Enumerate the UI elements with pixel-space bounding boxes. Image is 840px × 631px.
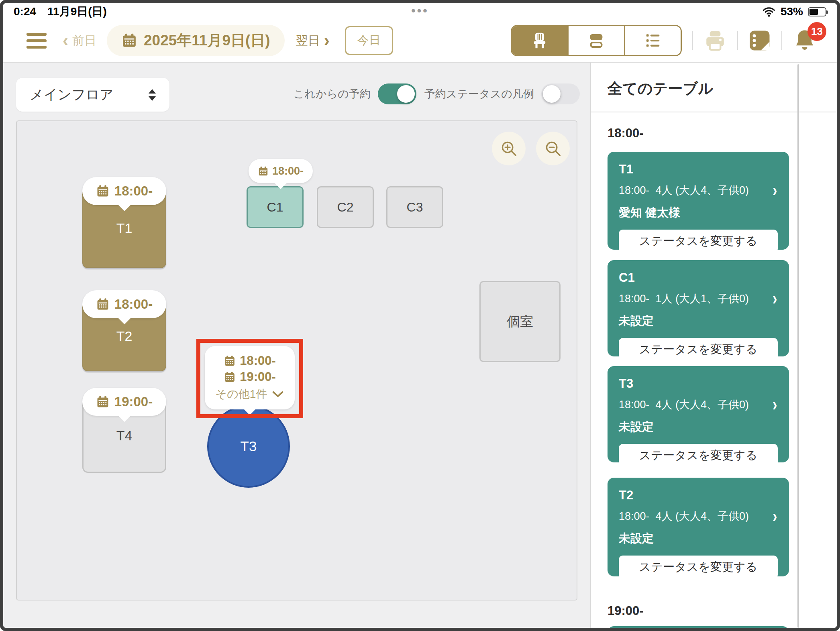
sidebar-scrollbar[interactable] — [797, 64, 799, 628]
list-view-tab[interactable] — [624, 26, 681, 55]
map-counter-c1-time-bubble[interactable]: 18:00- — [249, 159, 313, 183]
sidebar-divider — [591, 112, 837, 112]
chevron-right-icon[interactable]: › — [773, 185, 777, 196]
reservation-card-t3[interactable]: T3 18:00- 4人 (大人4、子供0) › 未設定 ステータスを変更する — [608, 366, 789, 462]
table-label: 個室 — [507, 313, 533, 331]
card-table-id: T2 — [619, 488, 778, 503]
next-day-label: 翌日 — [296, 33, 320, 49]
prev-day-button[interactable]: ‹ 前日 — [63, 33, 96, 49]
reservation-time: 18:00- — [114, 183, 153, 199]
card-reservation-info: 18:00- 4人 (大人4、子供0) — [619, 509, 749, 523]
chevron-right-icon[interactable]: › — [773, 399, 777, 410]
multitask-dots[interactable]: ••• — [411, 4, 429, 18]
stacked-cards-icon — [587, 31, 606, 50]
change-status-button[interactable]: ステータスを変更する — [619, 338, 778, 361]
calendar-icon — [121, 33, 137, 49]
legend-toggle-label: 予約ステータスの凡例 — [424, 87, 534, 101]
card-guest-name: 愛知 健太様 — [619, 205, 778, 221]
toolbar: ‹ 前日 2025年11月9日(日) 翌日 › 今日 — [3, 19, 837, 62]
floor-select-dropdown[interactable]: メインフロア — [16, 78, 169, 112]
map-counter-c3[interactable]: C3 — [386, 186, 443, 228]
card-table-id: C1 — [619, 271, 778, 285]
map-table-t4-time-bubble[interactable]: 19:00- — [82, 388, 166, 416]
current-date-label: 2025年11月9日(日) — [144, 31, 270, 51]
map-counter-c1[interactable]: C1 — [247, 186, 304, 228]
reservation-card-t2[interactable]: T2 18:00- 4人 (大人4、子供0) › 未設定 ステータスを変更する — [608, 478, 789, 576]
prev-day-label: 前日 — [72, 33, 96, 49]
floor-map-canvas[interactable]: T1 18:00- T2 18:00- T4 — [16, 120, 577, 600]
map-counter-c2[interactable]: C2 — [317, 186, 374, 228]
menu-button[interactable] — [27, 33, 47, 49]
reservation-card-partial[interactable] — [608, 626, 789, 628]
reservation-card-c1[interactable]: C1 18:00- 1人 (大人1、子供0) › 未設定 ステータスを変更する — [608, 260, 789, 356]
notifications-button[interactable]: 13 — [793, 28, 817, 53]
battery-percent: 53% — [781, 5, 803, 18]
up-down-arrows-icon — [149, 89, 156, 101]
all-tables-sidebar: 全てのテーブル 18:00- T1 18:00- 4人 (大人4、子供0) › … — [590, 63, 837, 628]
zoom-in-icon — [500, 139, 518, 158]
notification-badge: 13 — [807, 22, 826, 41]
card-guest-name: 未設定 — [619, 419, 778, 435]
calendar-icon — [96, 395, 110, 409]
reservation-app-screen: 0:24 11月9日(日) ••• 53% ‹ 前日 2025年11月9日(日) — [0, 0, 840, 631]
today-button[interactable]: 今日 — [345, 26, 393, 55]
status-date: 11月9日(日) — [47, 4, 107, 19]
card-guest-name: 未設定 — [619, 531, 778, 547]
table-label: C3 — [407, 200, 423, 215]
zoom-out-icon — [544, 139, 562, 158]
map-table-t1-time-bubble[interactable]: 18:00- — [82, 177, 166, 205]
legend-toggle[interactable] — [541, 83, 580, 104]
main-content: メインフロア これからの予約 予約ステータスの凡例 — [3, 62, 837, 628]
sidebar-title: 全てのテーブル — [608, 79, 713, 99]
change-status-button[interactable]: ステータスを変更する — [619, 556, 778, 579]
change-status-button[interactable]: ステータスを変更する — [619, 444, 778, 467]
floor-select-value: メインフロア — [30, 85, 114, 104]
upcoming-toggle[interactable] — [378, 83, 416, 104]
card-reservation-info: 18:00- 4人 (大人4、子供0) — [619, 183, 749, 197]
change-status-button[interactable]: ステータスを変更する — [619, 230, 778, 253]
highlight-red-box — [196, 339, 303, 418]
list-icon — [644, 31, 662, 50]
reservation-time: 18:00- — [272, 165, 304, 177]
battery-icon — [808, 7, 826, 16]
calendar-icon — [96, 297, 110, 311]
chevron-right-icon[interactable]: › — [773, 511, 777, 522]
reservation-card-t1[interactable]: T1 18:00- 4人 (大人4、子供0) › 愛知 健太様 ステータスを変更… — [608, 152, 789, 250]
card-guest-name: 未設定 — [619, 313, 778, 329]
card-reservation-info: 18:00- 1人 (大人1、子供0) — [619, 291, 749, 306]
upcoming-toggle-label: これからの予約 — [294, 87, 371, 101]
table-label: T3 — [241, 438, 257, 454]
printer-icon — [703, 29, 727, 52]
calendar-icon — [258, 166, 269, 177]
wifi-icon — [762, 6, 776, 17]
table-label: C2 — [337, 200, 354, 215]
toolbar-divider — [737, 31, 738, 50]
table-label: C1 — [267, 200, 283, 215]
reservation-time: 18:00- — [114, 297, 153, 312]
card-reservation-info: 18:00- 4人 (大人4、子供0) — [619, 397, 749, 412]
table-label: T2 — [116, 328, 133, 344]
view-mode-segmented-control — [511, 25, 682, 56]
date-picker-button[interactable]: 2025年11月9日(日) — [107, 25, 285, 56]
toolbar-divider — [781, 31, 782, 50]
chair-icon — [530, 31, 549, 50]
status-bar: 0:24 11月9日(日) ••• 53% — [3, 3, 837, 20]
reservation-time: 19:00- — [114, 394, 153, 409]
print-button[interactable] — [703, 29, 727, 52]
card-table-id: T3 — [619, 377, 778, 391]
next-day-button[interactable]: 翌日 › — [296, 33, 330, 49]
filter-toggles: これからの予約 予約ステータスの凡例 — [294, 83, 580, 104]
zoom-in-button[interactable] — [492, 132, 526, 165]
floor-view-tab[interactable] — [512, 26, 567, 55]
table-label: T4 — [116, 428, 133, 444]
card-view-tab[interactable] — [567, 26, 624, 55]
calendar-icon — [96, 184, 110, 198]
floor-map-panel: メインフロア これからの予約 予約ステータスの凡例 — [3, 63, 590, 628]
memo-button[interactable] — [748, 29, 771, 52]
zoom-out-button[interactable] — [536, 132, 570, 165]
chevron-right-icon[interactable]: › — [773, 293, 777, 304]
memo-icon — [748, 29, 771, 52]
map-private-room[interactable]: 個室 — [479, 281, 561, 362]
map-table-t2-time-bubble[interactable]: 18:00- — [82, 290, 166, 318]
card-table-id: T1 — [619, 162, 778, 177]
